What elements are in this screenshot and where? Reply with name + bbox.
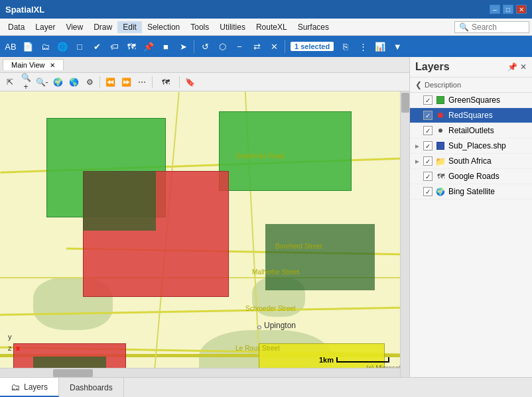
menu-surfaces[interactable]: Surfaces bbox=[293, 21, 334, 33]
tb-more-button[interactable]: ▼ bbox=[389, 38, 405, 54]
layer-item-south-africa[interactable]: ► 📁 South Africa bbox=[410, 154, 532, 169]
label-malherbe: Malherbe Street bbox=[252, 268, 299, 276]
tb-clear-button[interactable]: ✕ bbox=[266, 38, 282, 54]
tb-pin-button[interactable]: 📌 bbox=[141, 38, 157, 54]
scale-bar: 1km bbox=[319, 356, 389, 364]
minimize-button[interactable]: – bbox=[490, 5, 500, 14]
toolbar: AB 📄 🗂 🌐 □ ✔ 🏷 🗺 📌 ■ ➤ ↺ ⬡ − ⇄ ✕ 1 selec… bbox=[0, 36, 532, 57]
layer-icon-green-squares bbox=[435, 95, 446, 105]
mt-globe2-button[interactable]: 🌎 bbox=[66, 75, 81, 89]
layer-icon-south-africa: 📁 bbox=[435, 156, 446, 166]
layers-desc-bar: ❮ Description bbox=[410, 78, 532, 93]
tb-excel-button[interactable]: 📊 bbox=[372, 38, 388, 54]
menu-draw[interactable]: Draw bbox=[88, 21, 117, 33]
search-input[interactable] bbox=[472, 23, 525, 32]
layer-checkbox-green-squares[interactable] bbox=[423, 95, 432, 105]
layer-item-google-roads[interactable]: 🗺 Google Roads bbox=[410, 169, 532, 184]
city-dot-upington bbox=[257, 325, 261, 329]
layers-close-button[interactable]: ✕ bbox=[520, 62, 527, 72]
map-vscroll-thumb[interactable] bbox=[401, 93, 409, 113]
city-label-upington: Upington bbox=[264, 321, 296, 330]
title-bar: SpatialXL – □ ✕ bbox=[0, 0, 532, 19]
search-area[interactable]: 🔍 bbox=[454, 21, 529, 33]
menu-tools[interactable]: Tools bbox=[185, 21, 214, 33]
red-dot-icon bbox=[438, 113, 443, 118]
mt-grid-button[interactable]: ⋯ bbox=[135, 75, 149, 89]
layer-item-sub-places[interactable]: ► Sub_Places.shp bbox=[410, 139, 532, 154]
tb-arrow-button[interactable]: ➤ bbox=[175, 38, 191, 54]
menu-selection[interactable]: Selection bbox=[142, 21, 185, 33]
tb-cursor-button[interactable]: ✔ bbox=[89, 38, 105, 54]
layer-checkbox-google-roads[interactable] bbox=[423, 172, 432, 181]
tb-lasso-button[interactable]: ↺ bbox=[197, 38, 213, 54]
layer-name-google-roads: Google Roads bbox=[448, 172, 528, 181]
layers-pin-button[interactable]: 📌 bbox=[507, 62, 517, 72]
layers-header: Layers 📌 ✕ bbox=[410, 57, 532, 78]
tb-select2-button[interactable]: ⬡ bbox=[214, 38, 230, 54]
map-vscrollbar[interactable] bbox=[400, 91, 409, 377]
tb-desel-button[interactable]: − bbox=[232, 38, 247, 54]
axis-y-label: y bbox=[8, 333, 12, 341]
mt-settings-button[interactable]: ⚙ bbox=[82, 75, 97, 89]
tb-rect-button[interactable]: ■ bbox=[158, 38, 174, 54]
mt-layer-btn[interactable]: 🗺 bbox=[155, 75, 176, 89]
layer-checkbox-bing[interactable] bbox=[423, 187, 432, 196]
map-hscrollbar[interactable] bbox=[0, 368, 400, 377]
layer-icon-sub-places bbox=[435, 141, 446, 151]
retail-dot-icon bbox=[438, 129, 442, 133]
mt-back-button[interactable]: ⏪ bbox=[103, 75, 117, 89]
mt-arrow-button[interactable]: ⇱ bbox=[3, 75, 17, 89]
menu-layer[interactable]: Layer bbox=[30, 21, 60, 33]
map-overlap-2 bbox=[265, 224, 375, 290]
mt-zoomin-button[interactable]: 🔍+ bbox=[19, 75, 33, 89]
layer-checkbox-retail[interactable] bbox=[423, 126, 432, 135]
mt-bookmark-button[interactable]: 🔖 bbox=[182, 75, 197, 89]
layer-item-red-squares[interactable]: RedSquares bbox=[410, 108, 532, 123]
label-schroeder: Schroeder Street bbox=[245, 305, 296, 312]
mt-zoomout-button[interactable]: 🔍- bbox=[34, 75, 49, 89]
bottom-tab-dashboards[interactable]: Dashboards bbox=[59, 378, 124, 397]
layer-checkbox-south-africa[interactable] bbox=[423, 156, 432, 166]
layer-checkbox-sub-places[interactable] bbox=[423, 141, 432, 150]
mt-fwd-button[interactable]: ⏩ bbox=[119, 75, 133, 89]
axis-z-label: z bbox=[8, 344, 12, 352]
label-boreherd: Boreherd Street bbox=[275, 243, 322, 250]
tb-map-button[interactable]: 🗺 bbox=[123, 38, 139, 54]
tb-table-button[interactable]: ⋮ bbox=[355, 38, 371, 54]
satellite-icon: 🌍 bbox=[436, 188, 445, 196]
layers-back-icon[interactable]: ❮ bbox=[415, 80, 422, 89]
bottom-tab-layers[interactable]: 🗂 Layers bbox=[0, 378, 59, 397]
dashboards-tab-label: Dashboards bbox=[70, 383, 113, 392]
map-area[interactable]: Diederloks Road Boreherd Street Malherbe… bbox=[0, 91, 409, 377]
tb-tag-button[interactable]: 🏷 bbox=[106, 38, 122, 54]
mt-globe1-button[interactable]: 🌍 bbox=[50, 75, 65, 89]
layer-item-retail-outlets[interactable]: RetailOutlets bbox=[410, 123, 532, 139]
layer-name-green-squares: GreenSquares bbox=[448, 95, 528, 105]
menu-utilities[interactable]: Utilities bbox=[214, 21, 251, 33]
layer-expand-icon-sub: ► bbox=[414, 142, 421, 150]
tb-invert-button[interactable]: ⇄ bbox=[249, 38, 265, 54]
menu-edit[interactable]: Edit bbox=[117, 21, 142, 33]
menu-data[interactable]: Data bbox=[3, 21, 30, 33]
layer-item-green-squares[interactable]: GreenSquares bbox=[410, 93, 532, 108]
tb-separator-1 bbox=[194, 40, 194, 53]
menu-routexl[interactable]: RouteXL bbox=[251, 21, 293, 33]
tb-ab-button[interactable]: AB bbox=[3, 38, 19, 54]
layer-item-bing-satellite[interactable]: 🌍 Bing Satellite bbox=[410, 184, 532, 199]
tb-data-button[interactable]: 📄 bbox=[20, 38, 36, 54]
tb-globe-button[interactable]: 🌐 bbox=[54, 38, 70, 54]
mt-sep-1 bbox=[100, 76, 100, 88]
tab-close-icon[interactable]: ✕ bbox=[50, 62, 55, 69]
tb-select-button[interactable]: □ bbox=[72, 38, 88, 54]
maximize-button[interactable]: □ bbox=[503, 5, 513, 14]
menu-bar: Data Layer View Draw Edit Selection Tool… bbox=[0, 19, 532, 36]
tb-copy-button[interactable]: ⎘ bbox=[338, 38, 354, 54]
close-button[interactable]: ✕ bbox=[516, 5, 527, 14]
layer-name-retail: RetailOutlets bbox=[448, 126, 528, 135]
tb-layers-button[interactable]: 🗂 bbox=[37, 38, 53, 54]
layer-checkbox-red-squares[interactable] bbox=[423, 111, 432, 120]
map-hscroll-thumb[interactable] bbox=[53, 369, 93, 377]
menu-view[interactable]: View bbox=[60, 21, 88, 33]
main-view-tab[interactable]: Main View ✕ bbox=[3, 59, 64, 70]
map-overlap-1 bbox=[83, 171, 156, 231]
